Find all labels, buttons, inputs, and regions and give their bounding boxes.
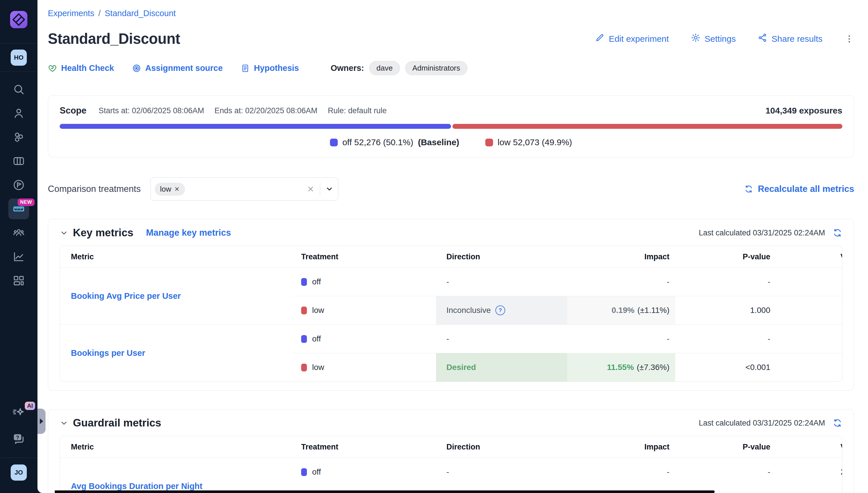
impact-cell: -: [567, 458, 675, 486]
exposure-segment-0: [60, 124, 451, 129]
sidebar-item-flag-circle[interactable]: [0, 173, 38, 197]
impact-cell: 0.19%(±1.11%): [567, 296, 675, 324]
edit-experiment-button[interactable]: Edit experiment: [595, 33, 669, 45]
hexagons-icon: [8, 127, 29, 148]
sidebar-item-help[interactable]: ?: [0, 432, 38, 447]
direction-value: -: [446, 334, 449, 343]
impact-value: -: [667, 277, 670, 286]
collapse-chevron-icon[interactable]: [60, 419, 68, 427]
metric-cell: Booking Avg Price per User: [60, 268, 292, 324]
page-title: Standard_Discount: [48, 30, 180, 47]
treatment-row: off---0.1: [292, 325, 842, 353]
more-options-button[interactable]: [844, 34, 854, 44]
app-logo[interactable]: [10, 11, 27, 28]
column-header-value: Value: [770, 443, 842, 451]
comparison-row: Comparison treatments low: [48, 177, 854, 200]
sidebar-nav: NEW: [0, 77, 38, 293]
impact-cell: 11.55%(±7.36%): [567, 353, 675, 382]
user-avatar[interactable]: JO: [10, 465, 27, 480]
search-icon: [8, 79, 29, 100]
org-badge[interactable]: HO: [10, 49, 27, 66]
ai-badge: AI: [25, 402, 35, 410]
sidebar-item-ai-assistant[interactable]: AI: [0, 406, 38, 420]
column-header-direction: Direction: [436, 443, 567, 451]
health-check-link[interactable]: Health Check: [48, 63, 114, 73]
assignment-source-link[interactable]: Assignment source: [132, 63, 223, 73]
treatment-swatch: [301, 468, 307, 476]
meta-links-row: Health Check Assignment source Hypoth: [48, 61, 854, 75]
treatment-cell: off: [292, 325, 436, 353]
gear-icon: [691, 33, 701, 45]
header-actions: Edit experiment Settings: [595, 33, 854, 45]
metric-link[interactable]: Booking Avg Price per User: [71, 291, 181, 301]
hypothesis-link[interactable]: Hypothesis: [241, 63, 299, 73]
treatment-chip-low[interactable]: low: [155, 183, 185, 196]
user-icon: [8, 103, 29, 124]
owner-chip-dave[interactable]: dave: [369, 61, 400, 75]
scope-starts: Starts at: 02/06/2025 08:06AM: [99, 106, 204, 115]
line-chart-icon: [8, 246, 29, 267]
legend-low-text: low 52,073 (49.9%): [498, 137, 572, 147]
low-swatch: [485, 138, 493, 146]
breadcrumb-experiments[interactable]: Experiments: [48, 9, 94, 18]
treatment-cell: off: [292, 458, 436, 486]
recalculate-all-metrics-button[interactable]: Recalculate all metrics: [744, 184, 854, 194]
treatment-swatch: [301, 364, 307, 371]
chip-close-icon: [174, 186, 180, 192]
direction-value: Inconclusive: [446, 306, 491, 315]
heart-check-icon: [48, 64, 57, 73]
app-window: HO NEW AI ? JO: [0, 0, 868, 493]
refresh-icon[interactable]: [832, 228, 842, 238]
value-cell: 1.0: [770, 268, 842, 296]
impact-cell: -: [567, 325, 675, 353]
treatment-name: low: [312, 306, 324, 315]
guardrail-metrics-table: MetricTreatmentDirectionImpactP-valueVal…: [60, 436, 842, 493]
kebab-icon: [844, 34, 854, 44]
scope-card: Scope Starts at: 02/06/2025 08:06AM Ends…: [48, 95, 854, 157]
sidebar-divider: [0, 71, 38, 72]
sidebar-item-hexagons[interactable]: [0, 125, 38, 149]
statsig-logo-icon: [10, 11, 27, 28]
sidebar-expand-handle[interactable]: [38, 409, 45, 434]
sidebar-item-columns[interactable]: [0, 149, 38, 173]
main-content: Experiments / Standard_Discount Standard…: [38, 0, 868, 493]
metric-link[interactable]: Avg Bookings Duration per Night: [71, 481, 202, 491]
sidebar-item-people[interactable]: [0, 221, 38, 244]
treatment-name: off: [312, 277, 321, 286]
metric-group: Bookings per Useroff---0.1lowDesired11.5…: [60, 324, 842, 382]
comparison-treatments-select[interactable]: low: [150, 177, 338, 200]
direction-cell: -: [436, 268, 567, 296]
metric-cell: Bookings per User: [60, 325, 292, 382]
clear-selection-icon[interactable]: [306, 185, 315, 193]
p-value-cell: <0.001: [675, 353, 770, 382]
collapse-chevron-icon[interactable]: [60, 229, 68, 237]
key-metrics-card: Key metrics Manage key metrics Last calc…: [48, 219, 854, 391]
question-circle-icon[interactable]: ?: [495, 305, 505, 315]
sidebar-item-search[interactable]: [0, 77, 38, 101]
scope-title: Scope: [60, 105, 86, 116]
legend-off-text: off 52,276 (50.1%): [342, 137, 413, 147]
breadcrumb-current[interactable]: Standard_Discount: [105, 9, 176, 18]
chevron-down-icon[interactable]: [325, 185, 334, 193]
column-header-metric: Metric: [60, 252, 292, 261]
column-header-metric: Metric: [60, 443, 292, 451]
refresh-icon[interactable]: [832, 418, 842, 428]
horizontal-scrollbar[interactable]: [55, 490, 715, 493]
owner-chip-administrators[interactable]: Administrators: [405, 61, 467, 75]
settings-button[interactable]: Settings: [691, 33, 736, 45]
legend-item-low: low 52,073 (49.9%): [485, 137, 572, 147]
manage-key-metrics-link[interactable]: Manage key metrics: [146, 228, 231, 238]
sidebar-item-user[interactable]: [0, 101, 38, 125]
direction-cell: -: [436, 325, 567, 353]
settings-label: Settings: [705, 34, 736, 44]
direction-value: -: [446, 277, 449, 286]
scope-ends: Ends at: 02/20/2025 08:06AM: [214, 106, 317, 115]
sidebar-item-grid[interactable]: [0, 269, 38, 293]
sidebar-item-ruler[interactable]: NEW: [0, 197, 38, 221]
sidebar-item-line-chart[interactable]: [0, 244, 38, 269]
share-results-button[interactable]: Share results: [758, 33, 823, 45]
treatment-name: off: [312, 467, 321, 476]
metric-link[interactable]: Bookings per User: [71, 348, 145, 358]
exposure-segment-1: [452, 124, 842, 129]
treatment-row: off---238.3: [292, 458, 842, 486]
